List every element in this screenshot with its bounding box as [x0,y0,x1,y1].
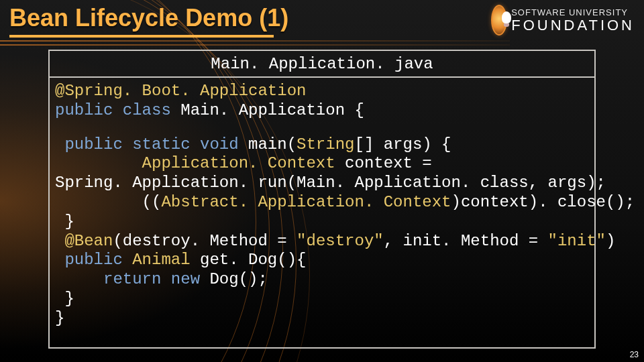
slide-title: Bean Lifecycle Demo (1) [9,4,288,34]
slide: Bean Lifecycle Demo (1) SOFTWARE UNIVERS… [0,0,644,362]
code-text: public static void [55,135,248,154]
code-text: "init" [548,232,606,250]
logo-text: SOFTWARE UNIVERSITY FOUNDATION [511,8,635,33]
code-frame: Main. Application. java @Spring. Boot. A… [48,50,596,349]
code-text: @Spring. Boot. Application [55,82,306,100]
brand-logo: SOFTWARE UNIVERSITY FOUNDATION [491,4,635,36]
code-text: context = [345,154,441,172]
code-text: String [297,135,354,154]
code-text: return new [55,270,209,288]
code-text: public class [55,101,180,119]
code-text: Main. Application [180,101,354,119]
code-text: , init. Method = [384,232,548,250]
file-name-header: Main. Application. java [50,51,594,78]
logo-bottom-line: FOUNDATION [511,18,635,33]
code-text: Application. Context [55,154,345,172]
code-text: Dog(); [209,270,267,288]
code-text: } [55,213,74,231]
code-text: @Bean [55,232,113,250]
code-text: (destroy. Method = [113,232,297,250]
logo-top-line: SOFTWARE UNIVERSITY [511,8,635,17]
code-text: Spring. Application. run(Main. Applicati… [55,174,606,192]
code-text: "destroy" [297,232,384,250]
lightbulb-icon [491,5,507,36]
code-blank-line [55,121,589,135]
code-text: main( [248,135,297,154]
page-number: 23 [630,350,639,359]
title-underline [9,35,274,38]
code-text: public [55,251,132,269]
code-text: Abstract. Application. Context [161,193,451,211]
code-text: Animal [132,251,200,269]
code-text: [] args) { [354,135,451,154]
code-text: (( [55,193,161,211]
decorative-line [0,44,510,46]
code-text: } [55,309,64,327]
code-text: )context). close(); [451,193,635,211]
code-text: { [354,101,364,119]
code-block: @Spring. Boot. Application public class … [50,78,594,328]
code-text: ) [606,232,615,250]
code-text: get. Dog(){ [200,251,306,269]
decorative-line [0,40,510,42]
code-text: } [55,290,74,308]
